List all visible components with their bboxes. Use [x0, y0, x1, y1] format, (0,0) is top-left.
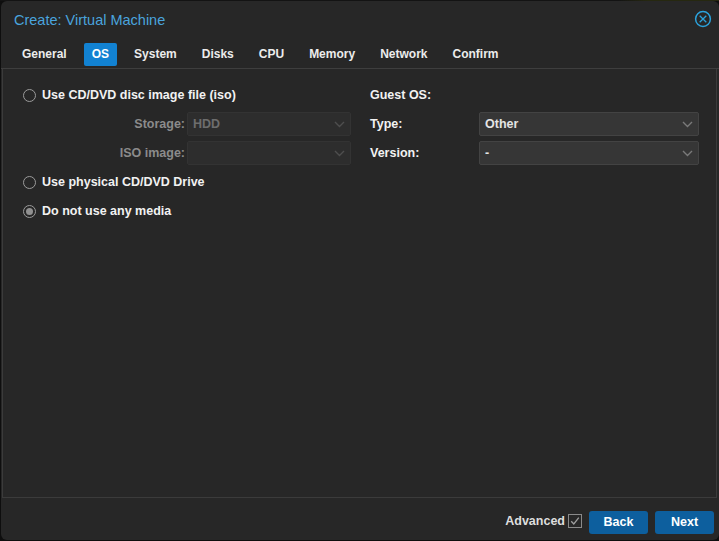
radio-cd-image-label: Use CD/DVD disc image file (iso): [42, 88, 236, 102]
radio-row-physical-drive[interactable]: Use physical CD/DVD Drive: [23, 170, 205, 194]
os-tab-panel: Use CD/DVD disc image file (iso) Storage…: [2, 69, 717, 498]
guest-os-heading-row: Guest OS:: [370, 83, 716, 107]
version-label: Version:: [370, 141, 419, 165]
guest-os-heading: Guest OS:: [370, 83, 431, 107]
radio-physical-drive-label: Use physical CD/DVD Drive: [42, 175, 205, 189]
type-value: Other: [485, 113, 518, 135]
radio-no-media-label: Do not use any media: [42, 204, 171, 218]
chevron-down-icon: [334, 150, 345, 157]
tab-cpu[interactable]: CPU: [251, 43, 292, 66]
dialog-footer: Advanced Back Next: [1, 498, 719, 540]
tab-general[interactable]: General: [14, 43, 75, 66]
tab-disks[interactable]: Disks: [194, 43, 242, 66]
version-field-row: Version: -: [370, 141, 716, 165]
back-button[interactable]: Back: [589, 511, 648, 534]
dialog-titlebar: Create: Virtual Machine: [1, 1, 719, 41]
tab-memory[interactable]: Memory: [301, 43, 363, 66]
chevron-down-icon: [682, 121, 693, 128]
storage-value: HDD: [193, 113, 220, 135]
radio-no-media-icon[interactable]: [23, 205, 36, 218]
next-button[interactable]: Next: [655, 511, 714, 534]
type-combobox[interactable]: Other: [479, 112, 699, 136]
radio-cd-image-icon[interactable]: [23, 89, 36, 102]
wizard-tabbar: GeneralOSSystemDisksCPUMemoryNetworkConf…: [14, 43, 515, 66]
version-value: -: [485, 142, 489, 164]
radio-row-cd-image[interactable]: Use CD/DVD disc image file (iso): [23, 83, 236, 107]
chevron-down-icon: [334, 121, 345, 128]
create-vm-dialog: Create: Virtual Machine GeneralOSSystemD…: [1, 1, 719, 540]
advanced-label: Advanced: [505, 509, 565, 533]
iso-image-label: ISO image:: [3, 141, 185, 165]
checkbox-checked-icon: [568, 514, 582, 528]
tab-network[interactable]: Network: [372, 43, 435, 66]
advanced-checkbox[interactable]: [568, 514, 582, 528]
type-label: Type:: [370, 112, 402, 136]
dialog-title: Create: Virtual Machine: [14, 5, 165, 35]
radio-physical-drive-icon[interactable]: [23, 176, 36, 189]
storage-label: Storage:: [3, 112, 185, 136]
tab-system[interactable]: System: [126, 43, 185, 66]
storage-combobox: HDD: [187, 112, 351, 136]
close-icon: [694, 10, 712, 28]
page-background: { "window": { "title": "Create: Virtual …: [0, 0, 719, 541]
version-combobox[interactable]: -: [479, 141, 699, 165]
close-button[interactable]: [694, 10, 712, 28]
iso-image-combobox: [187, 141, 351, 165]
tab-os[interactable]: OS: [84, 43, 117, 66]
radio-row-no-media[interactable]: Do not use any media: [23, 199, 171, 223]
type-field-row: Type: Other: [370, 112, 716, 136]
tab-confirm[interactable]: Confirm: [444, 43, 506, 66]
chevron-down-icon: [682, 150, 693, 157]
